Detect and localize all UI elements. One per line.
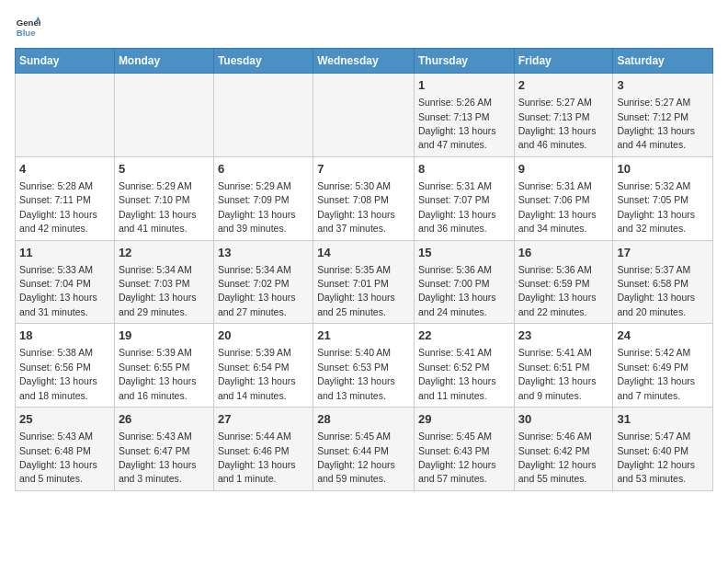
day-info: Sunrise: 5:45 AM Sunset: 6:43 PM Dayligh… xyxy=(418,431,496,484)
day-info: Sunrise: 5:42 AM Sunset: 6:49 PM Dayligh… xyxy=(617,347,695,400)
day-number: 26 xyxy=(119,411,210,428)
day-number: 6 xyxy=(218,161,309,178)
calendar-cell xyxy=(213,74,313,157)
calendar-table: SundayMondayTuesdayWednesdayThursdayFrid… xyxy=(15,48,713,491)
col-header-saturday: Saturday xyxy=(613,49,713,74)
day-number: 1 xyxy=(418,77,510,94)
calendar-cell: 11Sunrise: 5:33 AM Sunset: 7:04 PM Dayli… xyxy=(16,240,115,324)
day-number: 5 xyxy=(119,161,210,178)
calendar-cell: 20Sunrise: 5:39 AM Sunset: 6:54 PM Dayli… xyxy=(213,324,313,408)
calendar-cell: 22Sunrise: 5:41 AM Sunset: 6:52 PM Dayli… xyxy=(414,324,514,408)
day-info: Sunrise: 5:44 AM Sunset: 6:46 PM Dayligh… xyxy=(218,431,296,484)
day-info: Sunrise: 5:31 AM Sunset: 7:06 PM Dayligh… xyxy=(518,180,597,234)
calendar-cell: 16Sunrise: 5:36 AM Sunset: 6:59 PM Dayli… xyxy=(514,240,613,324)
day-info: Sunrise: 5:41 AM Sunset: 6:51 PM Dayligh… xyxy=(518,347,597,400)
day-info: Sunrise: 5:34 AM Sunset: 7:02 PM Dayligh… xyxy=(218,264,296,317)
day-info: Sunrise: 5:27 AM Sunset: 7:12 PM Dayligh… xyxy=(617,97,695,150)
day-number: 9 xyxy=(518,161,609,178)
calendar-week-5: 25Sunrise: 5:43 AM Sunset: 6:48 PM Dayli… xyxy=(16,408,713,491)
day-info: Sunrise: 5:29 AM Sunset: 7:09 PM Dayligh… xyxy=(218,180,296,234)
calendar-cell: 12Sunrise: 5:34 AM Sunset: 7:03 PM Dayli… xyxy=(114,240,213,324)
day-number: 12 xyxy=(119,245,210,261)
day-number: 20 xyxy=(218,327,309,344)
calendar-cell: 3Sunrise: 5:27 AM Sunset: 7:12 PM Daylig… xyxy=(613,74,713,157)
day-number: 13 xyxy=(218,245,309,261)
day-number: 25 xyxy=(19,411,110,428)
calendar-cell: 13Sunrise: 5:34 AM Sunset: 7:02 PM Dayli… xyxy=(213,240,313,324)
col-header-friday: Friday xyxy=(514,49,613,74)
calendar-cell xyxy=(114,74,213,157)
calendar-cell: 23Sunrise: 5:41 AM Sunset: 6:51 PM Dayli… xyxy=(514,324,613,408)
calendar-cell xyxy=(16,74,115,157)
calendar-cell: 8Sunrise: 5:31 AM Sunset: 7:07 PM Daylig… xyxy=(414,156,514,240)
day-number: 2 xyxy=(518,77,609,94)
day-info: Sunrise: 5:38 AM Sunset: 6:56 PM Dayligh… xyxy=(19,347,97,400)
day-number: 15 xyxy=(418,245,510,261)
day-info: Sunrise: 5:46 AM Sunset: 6:42 PM Dayligh… xyxy=(518,431,597,484)
day-info: Sunrise: 5:39 AM Sunset: 6:54 PM Dayligh… xyxy=(218,347,296,400)
calendar-cell: 5Sunrise: 5:29 AM Sunset: 7:10 PM Daylig… xyxy=(114,156,213,240)
calendar-cell: 7Sunrise: 5:30 AM Sunset: 7:08 PM Daylig… xyxy=(313,156,415,240)
day-info: Sunrise: 5:36 AM Sunset: 6:59 PM Dayligh… xyxy=(518,264,597,317)
calendar-cell: 24Sunrise: 5:42 AM Sunset: 6:49 PM Dayli… xyxy=(613,324,713,408)
day-number: 28 xyxy=(317,411,410,428)
day-info: Sunrise: 5:36 AM Sunset: 7:00 PM Dayligh… xyxy=(418,264,496,317)
calendar-cell: 29Sunrise: 5:45 AM Sunset: 6:43 PM Dayli… xyxy=(414,408,514,491)
day-info: Sunrise: 5:27 AM Sunset: 7:13 PM Dayligh… xyxy=(518,97,597,150)
day-info: Sunrise: 5:45 AM Sunset: 6:44 PM Dayligh… xyxy=(317,431,395,484)
calendar-cell: 15Sunrise: 5:36 AM Sunset: 7:00 PM Dayli… xyxy=(414,240,514,324)
col-header-sunday: Sunday xyxy=(16,49,115,74)
calendar-cell: 28Sunrise: 5:45 AM Sunset: 6:44 PM Dayli… xyxy=(313,408,415,491)
day-info: Sunrise: 5:43 AM Sunset: 6:48 PM Dayligh… xyxy=(19,431,97,484)
day-info: Sunrise: 5:35 AM Sunset: 7:01 PM Dayligh… xyxy=(317,264,395,317)
calendar-cell: 9Sunrise: 5:31 AM Sunset: 7:06 PM Daylig… xyxy=(514,156,613,240)
day-info: Sunrise: 5:47 AM Sunset: 6:40 PM Dayligh… xyxy=(617,431,695,484)
day-info: Sunrise: 5:26 AM Sunset: 7:13 PM Dayligh… xyxy=(418,97,496,150)
day-info: Sunrise: 5:40 AM Sunset: 6:53 PM Dayligh… xyxy=(317,347,395,400)
calendar-cell: 17Sunrise: 5:37 AM Sunset: 6:58 PM Dayli… xyxy=(613,240,713,324)
calendar-body: 1Sunrise: 5:26 AM Sunset: 7:13 PM Daylig… xyxy=(16,74,713,491)
calendar-cell: 19Sunrise: 5:39 AM Sunset: 6:55 PM Dayli… xyxy=(114,324,213,408)
day-number: 23 xyxy=(518,327,609,344)
day-number: 29 xyxy=(418,411,510,428)
day-info: Sunrise: 5:34 AM Sunset: 7:03 PM Dayligh… xyxy=(119,264,197,317)
day-number: 18 xyxy=(19,327,110,344)
header: General Blue xyxy=(15,15,713,40)
day-info: Sunrise: 5:29 AM Sunset: 7:10 PM Dayligh… xyxy=(119,180,197,234)
calendar-cell xyxy=(313,74,415,157)
calendar-week-4: 18Sunrise: 5:38 AM Sunset: 6:56 PM Dayli… xyxy=(16,324,713,408)
col-header-wednesday: Wednesday xyxy=(313,49,415,74)
day-number: 10 xyxy=(617,161,709,178)
calendar-cell: 18Sunrise: 5:38 AM Sunset: 6:56 PM Dayli… xyxy=(16,324,115,408)
calendar-cell: 21Sunrise: 5:40 AM Sunset: 6:53 PM Dayli… xyxy=(313,324,415,408)
day-info: Sunrise: 5:37 AM Sunset: 6:58 PM Dayligh… xyxy=(617,264,695,317)
calendar-cell: 2Sunrise: 5:27 AM Sunset: 7:13 PM Daylig… xyxy=(514,74,613,157)
calendar-cell: 27Sunrise: 5:44 AM Sunset: 6:46 PM Dayli… xyxy=(213,408,313,491)
day-info: Sunrise: 5:32 AM Sunset: 7:05 PM Dayligh… xyxy=(617,180,695,234)
calendar-cell: 1Sunrise: 5:26 AM Sunset: 7:13 PM Daylig… xyxy=(414,74,514,157)
day-number: 14 xyxy=(317,245,410,261)
day-number: 24 xyxy=(617,327,709,344)
day-number: 17 xyxy=(617,245,709,261)
day-number: 31 xyxy=(617,411,709,428)
col-header-thursday: Thursday xyxy=(414,49,514,74)
day-number: 30 xyxy=(518,411,609,428)
day-number: 3 xyxy=(617,77,709,94)
day-number: 7 xyxy=(317,161,410,178)
day-number: 21 xyxy=(317,327,410,344)
calendar-cell: 4Sunrise: 5:28 AM Sunset: 7:11 PM Daylig… xyxy=(16,156,115,240)
calendar-cell: 14Sunrise: 5:35 AM Sunset: 7:01 PM Dayli… xyxy=(313,240,415,324)
day-info: Sunrise: 5:31 AM Sunset: 7:07 PM Dayligh… xyxy=(418,180,496,234)
calendar-cell: 26Sunrise: 5:43 AM Sunset: 6:47 PM Dayli… xyxy=(114,408,213,491)
day-info: Sunrise: 5:30 AM Sunset: 7:08 PM Dayligh… xyxy=(317,180,395,234)
calendar-header-row: SundayMondayTuesdayWednesdayThursdayFrid… xyxy=(16,49,713,74)
calendar-week-1: 1Sunrise: 5:26 AM Sunset: 7:13 PM Daylig… xyxy=(16,74,713,157)
day-number: 22 xyxy=(418,327,510,344)
day-number: 11 xyxy=(19,245,110,261)
day-number: 8 xyxy=(418,161,510,178)
day-info: Sunrise: 5:33 AM Sunset: 7:04 PM Dayligh… xyxy=(19,264,97,317)
calendar-cell: 6Sunrise: 5:29 AM Sunset: 7:09 PM Daylig… xyxy=(213,156,313,240)
day-number: 27 xyxy=(218,411,309,428)
day-number: 4 xyxy=(19,161,110,178)
calendar-cell: 31Sunrise: 5:47 AM Sunset: 6:40 PM Dayli… xyxy=(613,408,713,491)
